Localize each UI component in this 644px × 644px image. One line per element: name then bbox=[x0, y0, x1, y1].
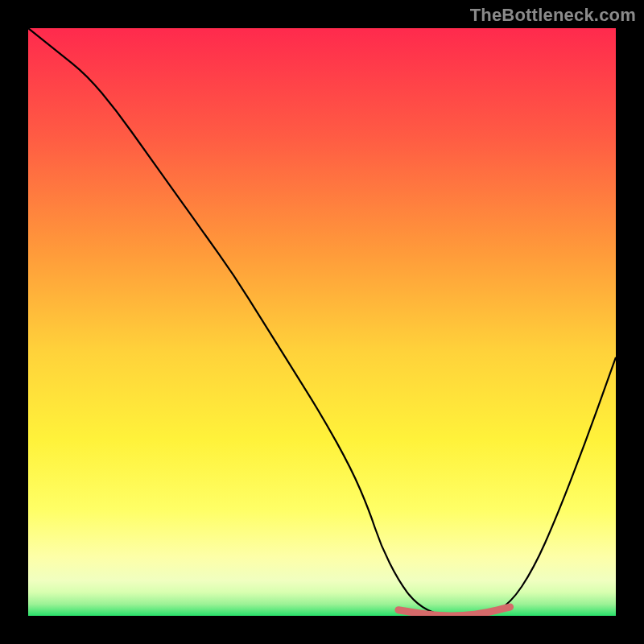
plot-area bbox=[28, 28, 616, 616]
curve-path bbox=[28, 28, 616, 616]
optimal-range-highlight bbox=[398, 607, 510, 616]
chart-frame: TheBottleneck.com bbox=[0, 0, 644, 644]
watermark-text: TheBottleneck.com bbox=[470, 5, 636, 26]
bottleneck-curve bbox=[28, 28, 616, 616]
